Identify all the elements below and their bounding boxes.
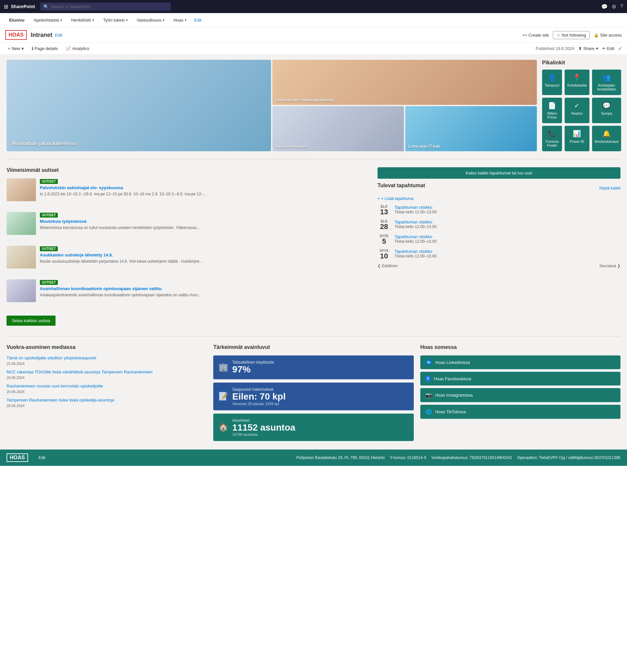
sharepoint-logo: SharePoint: [11, 4, 35, 9]
event-title-link[interactable]: Tapahtuman otsikko: [395, 234, 436, 239]
media-link[interactable]: Tampereen Rauhaniemeen tulee lisää opisk…: [6, 398, 207, 403]
event-time: Tiistai kello 12.00–13.00: [395, 254, 436, 258]
quick-link-kohdejako[interactable]: 👥 Kohdejako henkilöittäin: [592, 70, 621, 95]
media-item: Tämä on opiskelijalle edullisin yliopist…: [6, 356, 207, 365]
news-tag: UUTISET: [40, 280, 58, 285]
chart-icon: 📈: [66, 46, 71, 51]
quick-link-label: Sympa: [601, 112, 612, 115]
linkedin-icon: in: [426, 359, 432, 365]
events-section: Katso kaikki tapahtumat tai luo uusi Tul…: [377, 167, 621, 326]
help-icon[interactable]: ?: [620, 4, 623, 9]
stat-content: Saapuneet hakemukset Eilen: 70 kpl Viime…: [232, 387, 285, 406]
hero-main-image[interactable]: Muistathan jakaa kalenterisi: [6, 60, 271, 151]
news-thumbnail: [6, 246, 36, 268]
event-title-link[interactable]: Tapahtuman otsikko: [395, 249, 436, 254]
event-title-link[interactable]: Tapahtuman otsikko: [395, 205, 436, 210]
news-title[interactable]: Palvelutiskin aukioloajat elo- syyskuuss…: [40, 185, 206, 190]
event-info: Tapahtuman otsikko Tiistai kello 12.00–1…: [395, 205, 436, 214]
media-item: Tampereen Rauhaniemeen tulee lisää opisk…: [6, 398, 207, 408]
page-edit-link[interactable]: Edit: [55, 33, 62, 38]
event-item: ELO 13 Tapahtuman otsikko Tiistai kello …: [377, 205, 621, 216]
hero-small-image-1[interactable]: Näin luot uutisen: [272, 106, 404, 151]
tiktok-icon: 🌐: [426, 409, 432, 415]
chevron-down-icon: ▾: [60, 18, 62, 22]
expand-button[interactable]: ⤢: [618, 46, 622, 51]
social-linkedin-button[interactable]: in Hoas Linkedinissä: [420, 356, 621, 369]
browse-news-button[interactable]: Selaa kaikkia uutisia: [6, 316, 55, 326]
event-title-link[interactable]: Tapahtuman otsikko: [395, 219, 436, 224]
section-divider-2: [6, 336, 621, 336]
media-link[interactable]: Tämä on opiskelijalle edullisin yliopist…: [6, 356, 207, 360]
not-following-button[interactable]: ☆ Not following: [553, 31, 590, 39]
share-button[interactable]: ⬆ Share ▾: [578, 46, 598, 51]
event-cta-button[interactable]: Katso kaikki tapahtumat tai luo uusi: [377, 167, 621, 179]
media-link[interactable]: NCC rakentaa TOASille lisää vähähiilisiä…: [6, 369, 207, 375]
events-header: Tulevat tapahtumat Näytä kaikki: [377, 183, 621, 194]
news-title[interactable]: Avainhallinnan koordinaattorin opintovap…: [40, 286, 201, 291]
analytics-button[interactable]: 📈 Analytics: [63, 45, 92, 52]
quick-link-label: Ilmoituskanava: [595, 140, 619, 143]
nav-etusivu[interactable]: Etusivu: [5, 15, 28, 25]
social-instagram-button[interactable]: 📷 Hoas Instagramissa: [420, 388, 621, 402]
news-title[interactable]: Asukkaiden uutiskirje lähetetty 14.6.: [40, 253, 202, 258]
events-next-button[interactable]: Seuraava ❯: [599, 264, 621, 268]
news-title[interactable]: Muutoksia työpisteissä: [40, 219, 200, 224]
social-label: Hoas Instagramissa: [435, 393, 473, 398]
social-title: Hoas somessa: [420, 344, 621, 350]
hero-small-image-2[interactable]: Loma-ajan IT-tuki: [405, 106, 537, 151]
events-view-all-button[interactable]: Näytä kaikki: [599, 186, 621, 190]
nav-hoas[interactable]: Hoas ▾: [170, 15, 190, 25]
stat-value: 97%: [232, 365, 274, 375]
social-tiktok-button[interactable]: 🌐 Hoas TikTokissa: [420, 405, 621, 419]
hero-top-right-image[interactable]: Lomarahojen maksuajankohdat: [272, 60, 537, 105]
event-time: Tiistai kello 12.00–13.00: [395, 210, 436, 214]
kohdekartta-icon: 📍: [573, 73, 581, 81]
new-button[interactable]: + New ▾: [5, 45, 26, 52]
media-date: 20.06.2024: [6, 404, 207, 408]
quick-link-tampuuri[interactable]: 👤 Tampuuri: [542, 70, 562, 95]
nav-ajankohtaista[interactable]: Ajankohtaista ▾: [30, 15, 66, 25]
settings-icon[interactable]: ⚙: [612, 4, 616, 10]
nav-vastuullisuus[interactable]: Vastuullisuus ▾: [133, 15, 169, 25]
bottom-row: Vuokra-asuminen mediassa Tämä on opiskel…: [6, 344, 621, 444]
edit-icon: ✏: [602, 46, 606, 51]
events-prev-button[interactable]: ❮ Edellinen: [377, 264, 398, 268]
media-date: 22.06.2024: [6, 362, 207, 365]
quick-link-powerbi[interactable]: 📊 Power BI: [565, 126, 589, 151]
stat-card-housing[interactable]: 🏠 Asuminen 11152 asuntoa 18799 asukasta: [213, 414, 413, 441]
quick-link-fonecta[interactable]: 📞 Fonecta Finder: [542, 126, 562, 151]
add-event-button[interactable]: + + Lisää tapahtuma: [377, 196, 621, 201]
search-bar[interactable]: 🔍: [40, 3, 171, 11]
nav-edit[interactable]: Edit: [192, 15, 204, 25]
nav-tyontukesi[interactable]: Työn tukesi ▾: [99, 15, 132, 25]
social-label: Hoas TikTokissa: [435, 409, 466, 414]
social-facebook-button[interactable]: f Hoas Facebookissa: [420, 372, 621, 385]
quick-links: Pikalinkit 👤 Tampuuri 📍 Kohdekartta 👥 Ko…: [542, 60, 621, 151]
search-input[interactable]: [51, 4, 168, 9]
page-header: HOAS Intranet Edit + + Create site ☆ Not…: [0, 27, 627, 43]
quick-links-title: Pikalinkit: [542, 60, 621, 66]
site-access-button[interactable]: 🔒 Site access: [594, 33, 622, 38]
stat-card-usage[interactable]: 🏢 Taloudellinen käyttöaste 97%: [213, 356, 413, 379]
event-time: Tiistai kello 12.00–13.00: [395, 239, 436, 244]
footer-edit[interactable]: Edit: [39, 455, 45, 460]
quick-link-kohdekartta[interactable]: 📍 Kohdekartta: [565, 70, 589, 95]
quick-link-ilmoitus[interactable]: 🔔 Ilmoituskanava: [592, 126, 621, 151]
quick-link-sympa[interactable]: 💬 Sympa: [592, 98, 621, 123]
quick-link-rillion[interactable]: 📄 Rillion Prime: [542, 98, 562, 123]
edit-button[interactable]: ✏ Edit: [602, 46, 614, 51]
event-date: SYYS 5: [377, 234, 391, 245]
page-details-button[interactable]: ℹ Page details: [29, 45, 61, 52]
create-site-button[interactable]: + + Create site: [522, 33, 549, 38]
social-section: Hoas somessa in Hoas Linkedinissä f Hoas…: [420, 344, 621, 444]
apps-icon[interactable]: ⊞: [4, 4, 8, 10]
toolbar-right: Published 19.6.2024 ⬆ Share ▾ ✏ Edit ⤢: [535, 46, 622, 51]
quick-link-nepton[interactable]: ✓ Nepton: [565, 98, 589, 123]
stat-card-applications[interactable]: 📝 Saapuneet hakemukset Eilen: 70 kpl Vii…: [213, 383, 413, 410]
event-item: ELO 28 Tapahtuman otsikko Tiistai kello …: [377, 219, 621, 230]
nav-henkilosto[interactable]: Henkilöstö ▾: [67, 15, 98, 25]
news-content: UUTISET Palvelutiskin aukioloajat elo- s…: [40, 178, 206, 201]
stat-content: Asuminen 11152 asuntoa 18799 asukasta: [232, 418, 295, 437]
chat-icon[interactable]: 💬: [601, 4, 608, 10]
media-link[interactable]: Rauhaniemeen nousee uusi kerrostalo opis…: [6, 384, 207, 388]
